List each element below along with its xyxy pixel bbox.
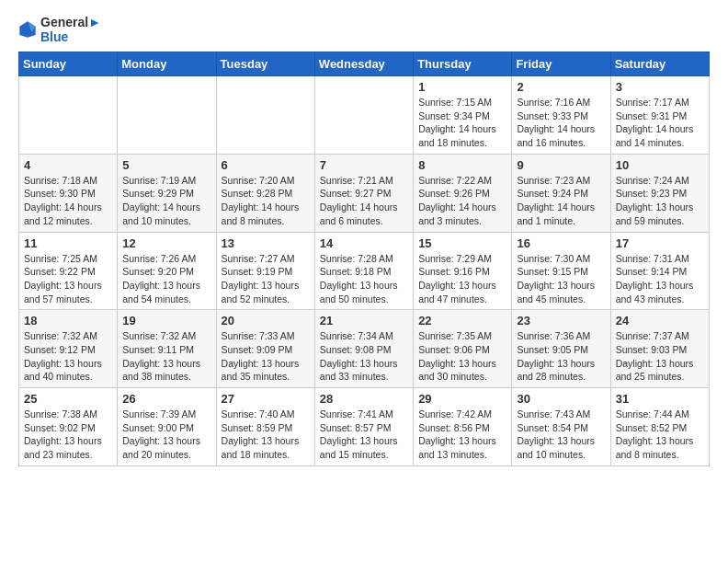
calendar-cell: 2Sunrise: 7:16 AMSunset: 9:33 PMDaylight… xyxy=(512,76,610,155)
day-info: Sunrise: 7:21 AMSunset: 9:27 PMDaylight:… xyxy=(320,174,408,228)
day-number: 9 xyxy=(517,158,605,172)
calendar-cell: 16Sunrise: 7:30 AMSunset: 9:15 PMDayligh… xyxy=(512,232,610,310)
day-info: Sunrise: 7:25 AMSunset: 9:22 PMDaylight:… xyxy=(24,252,112,306)
day-number: 29 xyxy=(418,392,506,406)
day-number: 25 xyxy=(24,392,112,406)
day-info: Sunrise: 7:32 AMSunset: 9:12 PMDaylight:… xyxy=(24,329,112,384)
calendar-header-row: SundayMondayTuesdayWednesdayThursdayFrid… xyxy=(19,52,710,76)
calendar-cell xyxy=(118,76,216,155)
day-number: 27 xyxy=(222,392,310,406)
calendar-header-friday: Friday xyxy=(512,52,610,76)
calendar-cell: 29Sunrise: 7:42 AMSunset: 8:56 PMDayligh… xyxy=(414,388,512,466)
calendar-header-monday: Monday xyxy=(118,52,216,76)
logo-icon xyxy=(18,20,37,39)
calendar-cell: 13Sunrise: 7:27 AMSunset: 9:19 PMDayligh… xyxy=(216,232,314,310)
day-info: Sunrise: 7:28 AMSunset: 9:18 PMDaylight:… xyxy=(320,252,408,306)
day-number: 7 xyxy=(320,158,408,172)
day-number: 26 xyxy=(122,392,210,406)
calendar-cell: 5Sunrise: 7:19 AMSunset: 9:29 PMDaylight… xyxy=(118,154,216,232)
calendar-cell: 10Sunrise: 7:24 AMSunset: 9:23 PMDayligh… xyxy=(610,154,709,232)
day-number: 8 xyxy=(418,158,506,172)
calendar-cell: 23Sunrise: 7:36 AMSunset: 9:05 PMDayligh… xyxy=(512,310,610,388)
calendar-cell: 19Sunrise: 7:32 AMSunset: 9:11 PMDayligh… xyxy=(118,310,216,388)
day-number: 22 xyxy=(418,314,506,327)
day-number: 5 xyxy=(122,158,210,172)
day-info: Sunrise: 7:30 AMSunset: 9:15 PMDaylight:… xyxy=(517,252,605,306)
calendar-header-tuesday: Tuesday xyxy=(216,52,314,76)
day-info: Sunrise: 7:17 AMSunset: 9:31 PMDaylight:… xyxy=(616,96,704,150)
calendar-cell xyxy=(19,76,118,155)
calendar-cell: 9Sunrise: 7:23 AMSunset: 9:24 PMDaylight… xyxy=(512,154,610,232)
day-number: 14 xyxy=(320,236,408,250)
day-info: Sunrise: 7:42 AMSunset: 8:56 PMDaylight:… xyxy=(418,408,506,462)
day-number: 6 xyxy=(222,158,310,172)
day-number: 28 xyxy=(320,392,408,406)
day-number: 10 xyxy=(616,158,704,172)
calendar-cell: 26Sunrise: 7:39 AMSunset: 9:00 PMDayligh… xyxy=(118,388,216,466)
calendar-cell: 3Sunrise: 7:17 AMSunset: 9:31 PMDaylight… xyxy=(610,76,709,155)
day-info: Sunrise: 7:27 AMSunset: 9:19 PMDaylight:… xyxy=(222,252,310,306)
calendar-cell: 20Sunrise: 7:33 AMSunset: 9:09 PMDayligh… xyxy=(216,310,314,388)
calendar-cell: 8Sunrise: 7:22 AMSunset: 9:26 PMDaylight… xyxy=(414,154,512,232)
day-info: Sunrise: 7:20 AMSunset: 9:28 PMDaylight:… xyxy=(222,174,310,228)
day-number: 17 xyxy=(616,236,704,250)
day-info: Sunrise: 7:16 AMSunset: 9:33 PMDaylight:… xyxy=(517,96,605,150)
calendar-cell: 21Sunrise: 7:34 AMSunset: 9:08 PMDayligh… xyxy=(314,310,413,388)
calendar-cell: 12Sunrise: 7:26 AMSunset: 9:20 PMDayligh… xyxy=(118,232,216,310)
day-number: 11 xyxy=(24,236,112,250)
calendar-cell: 30Sunrise: 7:43 AMSunset: 8:54 PMDayligh… xyxy=(512,388,610,466)
day-info: Sunrise: 7:44 AMSunset: 8:52 PMDaylight:… xyxy=(616,408,704,462)
day-number: 1 xyxy=(418,80,506,94)
day-number: 20 xyxy=(222,314,310,327)
calendar-cell xyxy=(314,76,413,155)
day-number: 15 xyxy=(418,236,506,250)
calendar-week-row: 25Sunrise: 7:38 AMSunset: 9:02 PMDayligh… xyxy=(19,388,710,466)
calendar-week-row: 18Sunrise: 7:32 AMSunset: 9:12 PMDayligh… xyxy=(19,310,710,388)
day-info: Sunrise: 7:34 AMSunset: 9:08 PMDaylight:… xyxy=(320,329,408,384)
day-info: Sunrise: 7:22 AMSunset: 9:26 PMDaylight:… xyxy=(418,174,506,228)
calendar-cell: 24Sunrise: 7:37 AMSunset: 9:03 PMDayligh… xyxy=(610,310,709,388)
calendar-cell: 17Sunrise: 7:31 AMSunset: 9:14 PMDayligh… xyxy=(610,232,709,310)
day-number: 2 xyxy=(517,80,605,94)
day-info: Sunrise: 7:24 AMSunset: 9:23 PMDaylight:… xyxy=(616,174,704,228)
calendar-week-row: 4Sunrise: 7:18 AMSunset: 9:30 PMDaylight… xyxy=(19,154,710,232)
calendar-week-row: 1Sunrise: 7:15 AMSunset: 9:34 PMDaylight… xyxy=(19,76,710,155)
day-number: 31 xyxy=(616,392,704,406)
day-number: 3 xyxy=(616,80,704,94)
calendar-cell: 25Sunrise: 7:38 AMSunset: 9:02 PMDayligh… xyxy=(19,388,118,466)
calendar-cell xyxy=(216,76,314,155)
calendar-cell: 18Sunrise: 7:32 AMSunset: 9:12 PMDayligh… xyxy=(19,310,118,388)
day-info: Sunrise: 7:39 AMSunset: 9:00 PMDaylight:… xyxy=(122,408,210,462)
calendar-cell: 14Sunrise: 7:28 AMSunset: 9:18 PMDayligh… xyxy=(314,232,413,310)
day-info: Sunrise: 7:40 AMSunset: 8:59 PMDaylight:… xyxy=(222,408,310,462)
calendar-week-row: 11Sunrise: 7:25 AMSunset: 9:22 PMDayligh… xyxy=(19,232,710,310)
day-info: Sunrise: 7:18 AMSunset: 9:30 PMDaylight:… xyxy=(24,174,112,228)
day-info: Sunrise: 7:32 AMSunset: 9:11 PMDaylight:… xyxy=(122,329,210,384)
calendar-header-saturday: Saturday xyxy=(610,52,709,76)
day-info: Sunrise: 7:19 AMSunset: 9:29 PMDaylight:… xyxy=(122,174,210,228)
calendar-header-thursday: Thursday xyxy=(414,52,512,76)
day-info: Sunrise: 7:23 AMSunset: 9:24 PMDaylight:… xyxy=(517,174,605,228)
day-info: Sunrise: 7:29 AMSunset: 9:16 PMDaylight:… xyxy=(418,252,506,306)
day-number: 13 xyxy=(222,236,310,250)
day-number: 18 xyxy=(24,314,112,327)
day-number: 16 xyxy=(517,236,605,250)
logo-text: General► Blue xyxy=(40,15,101,44)
day-info: Sunrise: 7:33 AMSunset: 9:09 PMDaylight:… xyxy=(222,329,310,384)
day-number: 19 xyxy=(122,314,210,327)
day-info: Sunrise: 7:38 AMSunset: 9:02 PMDaylight:… xyxy=(24,408,112,462)
day-number: 12 xyxy=(122,236,210,250)
calendar-cell: 6Sunrise: 7:20 AMSunset: 9:28 PMDaylight… xyxy=(216,154,314,232)
logo: General► Blue xyxy=(18,15,101,44)
calendar-header-sunday: Sunday xyxy=(19,52,118,76)
day-info: Sunrise: 7:35 AMSunset: 9:06 PMDaylight:… xyxy=(418,329,506,384)
calendar-cell: 4Sunrise: 7:18 AMSunset: 9:30 PMDaylight… xyxy=(19,154,118,232)
day-info: Sunrise: 7:26 AMSunset: 9:20 PMDaylight:… xyxy=(122,252,210,306)
day-info: Sunrise: 7:31 AMSunset: 9:14 PMDaylight:… xyxy=(616,252,704,306)
page-header: General► Blue xyxy=(18,15,710,44)
day-info: Sunrise: 7:36 AMSunset: 9:05 PMDaylight:… xyxy=(517,329,605,384)
calendar-cell: 31Sunrise: 7:44 AMSunset: 8:52 PMDayligh… xyxy=(610,388,709,466)
day-info: Sunrise: 7:15 AMSunset: 9:34 PMDaylight:… xyxy=(418,96,506,150)
day-number: 4 xyxy=(24,158,112,172)
day-number: 24 xyxy=(616,314,704,327)
